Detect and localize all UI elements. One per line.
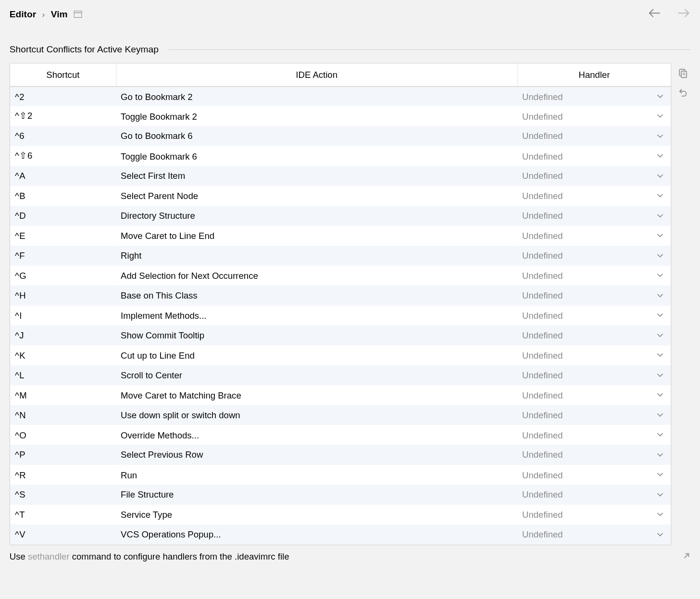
action-cell: Run bbox=[116, 465, 517, 485]
shortcut-cell: ^L bbox=[10, 365, 116, 385]
table-row[interactable]: ^VVCS Operations Popup...Undefined bbox=[10, 524, 671, 544]
handler-dropdown[interactable]: Undefined bbox=[517, 86, 671, 106]
handler-value: Undefined bbox=[522, 271, 563, 281]
breadcrumb-root[interactable]: Editor bbox=[10, 9, 36, 20]
handler-dropdown[interactable]: Undefined bbox=[517, 524, 671, 544]
handler-dropdown[interactable]: Undefined bbox=[517, 225, 671, 245]
forward-button[interactable] bbox=[677, 8, 690, 18]
action-cell: VCS Operations Popup... bbox=[116, 524, 517, 544]
handler-dropdown[interactable]: Undefined bbox=[517, 445, 671, 464]
table-row[interactable]: ^⇧2Toggle Bookmark 2Undefined bbox=[10, 106, 671, 126]
chevron-down-icon bbox=[657, 133, 664, 140]
handler-dropdown[interactable]: Undefined bbox=[517, 186, 671, 206]
handler-dropdown[interactable]: Undefined bbox=[517, 126, 671, 146]
handler-value: Undefined bbox=[522, 370, 563, 380]
table-row[interactable]: ^PSelect Previous RowUndefined bbox=[10, 445, 671, 464]
table-row[interactable]: ^ASelect First ItemUndefined bbox=[10, 166, 671, 186]
table-row[interactable]: ^IImplement Methods...Undefined bbox=[10, 305, 671, 325]
table-row[interactable]: ^HBase on This ClassUndefined bbox=[10, 286, 671, 305]
handler-dropdown[interactable]: Undefined bbox=[517, 146, 671, 166]
popout-icon[interactable] bbox=[682, 552, 690, 560]
action-cell: Scroll to Center bbox=[116, 365, 517, 385]
table-row[interactable]: ^OOverride Methods...Undefined bbox=[10, 425, 671, 445]
shortcut-cell: ^K bbox=[10, 345, 116, 365]
shortcut-cell: ^V bbox=[10, 524, 116, 544]
table-row[interactable]: ^TService TypeUndefined bbox=[10, 505, 671, 524]
action-cell: Toggle Bookmark 6 bbox=[116, 146, 517, 166]
footer-hint-pre: Use bbox=[10, 551, 28, 561]
action-cell: Show Commit Tooltip bbox=[116, 325, 517, 345]
action-cell: Toggle Bookmark 2 bbox=[116, 106, 517, 126]
undo-icon[interactable] bbox=[677, 87, 688, 98]
shortcut-cell: ^O bbox=[10, 425, 116, 445]
handler-dropdown[interactable]: Undefined bbox=[517, 365, 671, 385]
handler-dropdown[interactable]: Undefined bbox=[517, 265, 671, 285]
table-row[interactable]: ^GAdd Selection for Next OccurrenceUndef… bbox=[10, 265, 671, 285]
handler-dropdown[interactable]: Undefined bbox=[517, 305, 671, 325]
column-header-handler[interactable]: Handler bbox=[517, 63, 671, 86]
table-row[interactable]: ^SFile StructureUndefined bbox=[10, 485, 671, 504]
column-header-action[interactable]: IDE Action bbox=[116, 63, 517, 86]
action-cell: Go to Bookmark 2 bbox=[116, 86, 517, 106]
handler-dropdown[interactable]: Undefined bbox=[517, 385, 671, 405]
table-row[interactable]: ^RRunUndefined bbox=[10, 465, 671, 485]
window-icon bbox=[74, 11, 82, 18]
handler-dropdown[interactable]: Undefined bbox=[517, 505, 671, 524]
table-row[interactable]: ^KCut up to Line EndUndefined bbox=[10, 345, 671, 365]
back-button[interactable] bbox=[648, 8, 661, 18]
action-cell: File Structure bbox=[116, 485, 517, 504]
shortcut-cell: ^2 bbox=[10, 86, 116, 106]
handler-value: Undefined bbox=[522, 91, 563, 101]
table-row[interactable]: ^⇧6Toggle Bookmark 6Undefined bbox=[10, 146, 671, 166]
breadcrumb-separator: › bbox=[42, 10, 45, 19]
handler-value: Undefined bbox=[522, 151, 563, 161]
handler-dropdown[interactable]: Undefined bbox=[517, 425, 671, 445]
handler-dropdown[interactable]: Undefined bbox=[517, 106, 671, 126]
shortcut-cell: ^E bbox=[10, 225, 116, 245]
shortcut-cell: ^H bbox=[10, 286, 116, 305]
chevron-down-icon bbox=[657, 292, 664, 299]
table-row[interactable]: ^JShow Commit TooltipUndefined bbox=[10, 325, 671, 345]
shortcut-cell: ^G bbox=[10, 265, 116, 285]
chevron-down-icon bbox=[657, 511, 664, 518]
shortcut-cell: ^⇧6 bbox=[10, 146, 116, 166]
table-row[interactable]: ^EMove Caret to Line EndUndefined bbox=[10, 225, 671, 245]
action-cell: Implement Methods... bbox=[116, 305, 517, 325]
table-row[interactable]: ^MMove Caret to Matching BraceUndefined bbox=[10, 385, 671, 405]
handler-value: Undefined bbox=[522, 250, 563, 261]
handler-dropdown[interactable]: Undefined bbox=[517, 206, 671, 225]
table-row[interactable]: ^LScroll to CenterUndefined bbox=[10, 365, 671, 385]
table-row[interactable]: ^6Go to Bookmark 6Undefined bbox=[10, 126, 671, 146]
handler-dropdown[interactable]: Undefined bbox=[517, 485, 671, 504]
chevron-down-icon bbox=[657, 332, 664, 339]
column-header-shortcut[interactable]: Shortcut bbox=[10, 63, 116, 86]
shortcut-cell: ^B bbox=[10, 186, 116, 206]
handler-value: Undefined bbox=[522, 211, 563, 221]
handler-dropdown[interactable]: Undefined bbox=[517, 345, 671, 365]
table-row[interactable]: ^BSelect Parent NodeUndefined bbox=[10, 186, 671, 206]
chevron-down-icon bbox=[657, 172, 664, 179]
handler-dropdown[interactable]: Undefined bbox=[517, 166, 671, 186]
chevron-down-icon bbox=[657, 192, 664, 200]
action-cell: Select First Item bbox=[116, 166, 517, 186]
copy-icon[interactable] bbox=[677, 68, 688, 78]
table-row[interactable]: ^FRightUndefined bbox=[10, 246, 671, 265]
handler-dropdown[interactable]: Undefined bbox=[517, 325, 671, 345]
section-title: Shortcut Conflicts for Active Keymap bbox=[10, 44, 168, 55]
table-row[interactable]: ^NUse down split or switch downUndefined bbox=[10, 405, 671, 424]
handler-dropdown[interactable]: Undefined bbox=[517, 246, 671, 265]
shortcut-cell: ^S bbox=[10, 485, 116, 504]
chevron-down-icon bbox=[657, 471, 664, 478]
shortcut-cell: ^P bbox=[10, 445, 116, 464]
handler-dropdown[interactable]: Undefined bbox=[517, 405, 671, 424]
action-cell: Add Selection for Next Occurrence bbox=[116, 265, 517, 285]
action-cell: Move Caret to Matching Brace bbox=[116, 385, 517, 405]
breadcrumb-leaf[interactable]: Vim bbox=[51, 9, 68, 20]
table-row[interactable]: ^DDirectory StructureUndefined bbox=[10, 206, 671, 225]
handler-dropdown[interactable]: Undefined bbox=[517, 465, 671, 485]
handler-dropdown[interactable]: Undefined bbox=[517, 286, 671, 305]
shortcut-cell: ^A bbox=[10, 166, 116, 186]
table-row[interactable]: ^2Go to Bookmark 2Undefined bbox=[10, 86, 671, 106]
chevron-down-icon bbox=[657, 272, 664, 279]
handler-value: Undefined bbox=[522, 290, 563, 300]
